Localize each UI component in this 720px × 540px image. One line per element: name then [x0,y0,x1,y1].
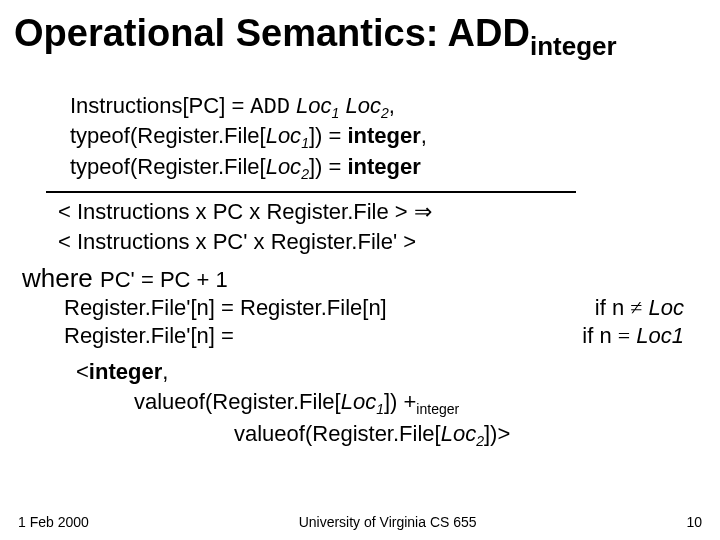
premise-line-3: typeof(Register.File[Loc2]) = integer [70,153,706,184]
loc-sub: 2 [301,166,309,182]
text: , [389,93,395,118]
footer-center: University of Virginia CS 655 [89,514,687,530]
type: integer [347,123,420,148]
loc-sub: 1 [301,136,309,152]
footer-page-number: 10 [686,514,702,530]
op-sub: integer [416,401,459,417]
rf-condition: if n = Loc1 [582,322,684,351]
type: integer [347,154,420,179]
loc-sub: 2 [476,433,484,449]
conclusion-line-1: < Instructions x PC x Register.File > ⇒ [58,197,706,227]
text: if n [595,295,630,320]
text: valueof(Register.File[ [234,421,441,446]
text: ]) + [384,389,416,414]
loc: Loc [642,295,684,320]
text: , [421,123,427,148]
eq-icon: = [618,323,630,348]
conclusion-line-2: < Instructions x PC' x Register.File' > [58,227,706,257]
text: < [76,359,89,384]
premise-line-1: Instructions[PC] = ADD Loc1 Loc2, [70,92,706,123]
value-line-2: valueof(Register.File[Loc1]) +integer [134,387,706,419]
type: integer [89,359,162,384]
loc-sub: 1 [376,401,384,417]
inference-divider [46,191,576,193]
loc: Loc [266,154,301,179]
arrow-icon: ⇒ [414,199,432,224]
loc: Loc [630,323,672,348]
loc: Loc [339,93,381,118]
rf-equation: Register.File'[n] = Register.File[n] [64,294,387,323]
text: ]) = [309,123,348,148]
text: Instructions[PC] = [70,93,250,118]
text: if n [582,323,617,348]
text: , [162,359,168,384]
inference-premise: Instructions[PC] = ADD Loc1 Loc2, typeof… [70,92,706,184]
rf-equation: Register.File'[n] = [64,322,234,351]
inference-conclusion: < Instructions x PC x Register.File > ⇒ … [58,197,706,256]
register-file-case-2: Register.File'[n] = if n = Loc1 [64,322,684,351]
loc: Loc [441,421,476,446]
loc: Loc [290,93,332,118]
footer-date: 1 Feb 2000 [18,514,89,530]
register-file-case-1: Register.File'[n] = Register.File[n] if … [64,294,684,323]
text: typeof(Register.File[ [70,154,266,179]
title-sub: integer [530,31,617,61]
title-main: Operational Semantics: ADD [14,12,530,54]
premise-line-2: typeof(Register.File[Loc1]) = integer, [70,122,706,153]
where-clause: where PC' = PC + 1 [22,263,706,294]
loc-sub: 2 [381,105,389,121]
value-line-3: valueof(Register.File[Loc2])> [234,419,706,451]
where-label: where [22,263,100,293]
rf-condition: if n ≠ Loc [595,294,684,323]
opcode: ADD [250,95,290,120]
value-line-1: <integer, [76,357,706,387]
loc: Loc [266,123,301,148]
pc-definition: PC' = PC + 1 [100,267,228,292]
slide-title: Operational Semantics: ADDinteger [14,12,706,62]
text: ]) = [309,154,348,179]
loc-sub: 1 [672,323,684,348]
text: < Instructions x PC x Register.File > [58,199,414,224]
text: ])> [484,421,510,446]
text: valueof(Register.File[ [134,389,341,414]
text: typeof(Register.File[ [70,123,266,148]
loc: Loc [341,389,376,414]
value-expression: <integer, valueof(Register.File[Loc1]) +… [14,357,706,451]
slide-footer: 1 Feb 2000 University of Virginia CS 655… [18,514,702,530]
neq-icon: ≠ [630,295,642,320]
